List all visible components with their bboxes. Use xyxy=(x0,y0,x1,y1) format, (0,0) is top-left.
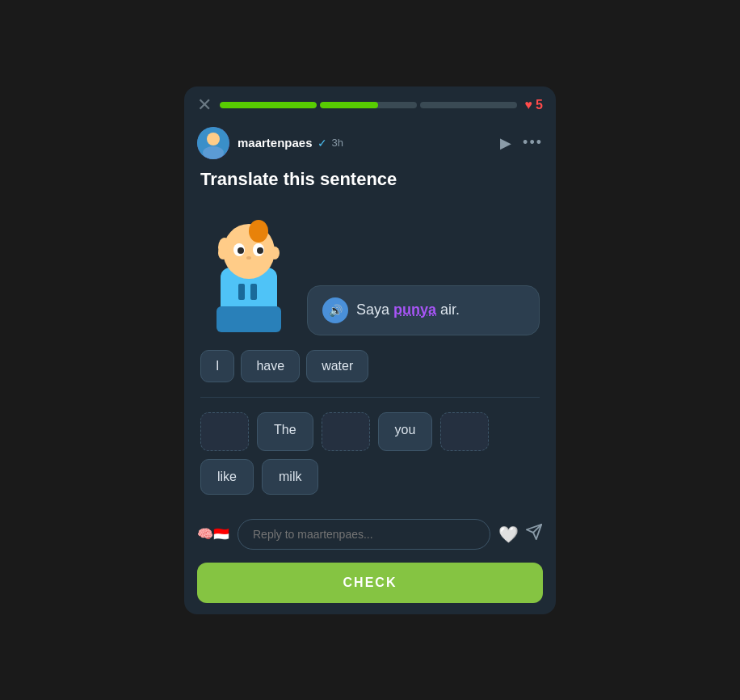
divider xyxy=(200,397,540,398)
heart-count: 5 xyxy=(536,98,543,112)
word-bank-row1: The you xyxy=(200,412,540,451)
instruction-text: Translate this sentence xyxy=(184,169,556,203)
user-info: maartenpaes ✓ 3h xyxy=(238,136,492,150)
svg-rect-6 xyxy=(217,306,281,332)
svg-rect-4 xyxy=(238,284,245,300)
svg-point-10 xyxy=(238,247,244,254)
action-icons: 🤍 xyxy=(498,523,543,545)
answer-chip-i[interactable]: I xyxy=(200,350,234,382)
bottom-area: 🧠🇮🇩 🤍 xyxy=(184,512,556,559)
progress-bar-1 xyxy=(220,102,317,108)
bank-chip-empty-2[interactable] xyxy=(322,412,370,451)
answer-chip-have[interactable]: have xyxy=(241,350,300,382)
bank-chip-you[interactable]: you xyxy=(378,412,433,451)
svg-point-12 xyxy=(246,256,251,259)
like-icon[interactable]: 🤍 xyxy=(498,525,519,544)
answer-chip-water[interactable]: water xyxy=(306,350,368,382)
heart-icon: ♥ xyxy=(525,98,533,112)
svg-rect-5 xyxy=(250,284,257,300)
character-area: 🔊 Saya punya air. xyxy=(184,203,556,335)
app-container: ✕ ♥ 5 maartenpaes ✓ xyxy=(184,86,556,614)
word-bank: The you like milk xyxy=(184,406,556,512)
bank-chip-milk[interactable]: milk xyxy=(262,459,318,495)
svg-point-15 xyxy=(218,247,228,259)
svg-point-13 xyxy=(249,220,268,242)
progress-bar-2 xyxy=(320,102,417,108)
bank-chip-the[interactable]: The xyxy=(257,412,313,451)
verified-badge: ✓ xyxy=(317,137,327,150)
character xyxy=(200,203,297,335)
user-row: maartenpaes ✓ 3h ▶ ••• xyxy=(184,120,556,169)
svg-point-11 xyxy=(257,247,263,254)
timestamp: 3h xyxy=(332,137,343,149)
svg-point-2 xyxy=(203,146,224,159)
answer-row: I have water xyxy=(184,335,556,389)
reply-input[interactable] xyxy=(238,519,490,550)
bank-chip-empty-3[interactable] xyxy=(440,412,489,451)
more-button[interactable]: ••• xyxy=(523,134,543,151)
svg-point-16 xyxy=(270,247,280,259)
progress-bar-3 xyxy=(420,102,517,108)
check-button[interactable]: CHECK xyxy=(197,563,543,603)
avatar xyxy=(197,127,229,159)
speech-bubble: 🔊 Saya punya air. xyxy=(307,285,540,335)
user-actions: ▶ ••• xyxy=(500,134,543,152)
username: maartenpaes xyxy=(238,136,313,150)
play-button[interactable]: ▶ xyxy=(500,134,511,152)
sentence-text: Saya punya air. xyxy=(356,300,460,320)
progress-fill-1 xyxy=(220,102,317,108)
svg-point-1 xyxy=(207,133,220,145)
sentence-highlight: punya xyxy=(393,302,436,318)
sentence-part1: Saya xyxy=(356,302,393,318)
close-button[interactable]: ✕ xyxy=(197,96,212,114)
bank-chip-empty-1[interactable] xyxy=(200,412,249,451)
progress-fill-2 xyxy=(320,102,378,108)
top-bar: ✕ ♥ 5 xyxy=(184,86,556,120)
progress-container xyxy=(220,102,517,108)
hearts-container: ♥ 5 xyxy=(525,98,543,112)
speaker-icon[interactable]: 🔊 xyxy=(322,297,348,323)
sentence-part2: air. xyxy=(436,302,460,318)
word-bank-row2: like milk xyxy=(200,459,540,495)
brain-emoji: 🧠🇮🇩 xyxy=(197,526,229,542)
send-icon[interactable] xyxy=(525,523,543,545)
bank-chip-like[interactable]: like xyxy=(200,459,254,495)
